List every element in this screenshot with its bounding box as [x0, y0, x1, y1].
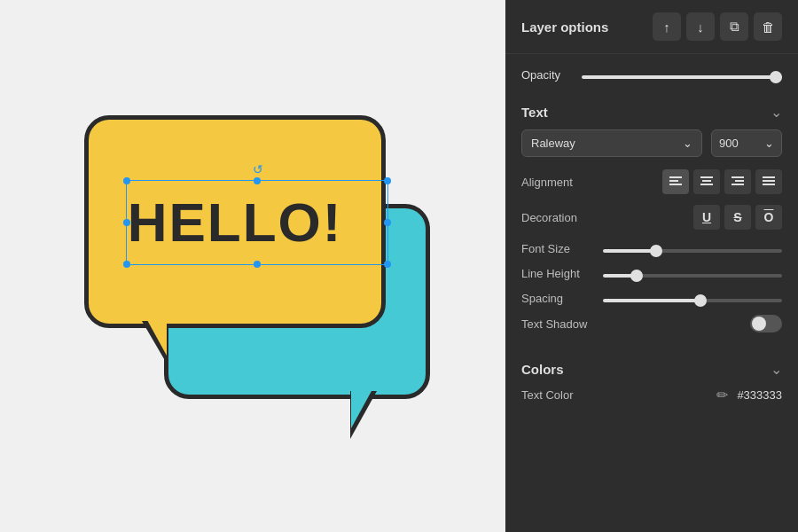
text-section-title: Text [521, 105, 548, 120]
align-center-button[interactable] [693, 169, 720, 194]
font-family-chevron-icon: ⌄ [683, 137, 692, 150]
alignment-buttons [662, 169, 782, 194]
svg-rect-4 [702, 180, 711, 182]
font-family-value: Raleway [531, 137, 575, 150]
move-down-button[interactable]: ↓ [686, 12, 715, 41]
text-shadow-label: Text Shadow [521, 317, 587, 331]
svg-rect-10 [763, 180, 775, 182]
canvas-area: ↺ HELLO! [0, 0, 505, 532]
colors-section-header[interactable]: Colors ⌄ [505, 348, 798, 387]
svg-rect-0 [669, 176, 682, 178]
svg-rect-3 [700, 176, 713, 178]
handle-bl[interactable] [123, 261, 130, 268]
overline-button[interactable]: O [755, 205, 782, 230]
layer-options-title: Layer options [521, 20, 608, 35]
opacity-slider-container [582, 66, 782, 82]
colors-section: Colors ⌄ Text Color ✏ #333333 [505, 348, 798, 416]
bubble-blue-tail [351, 391, 372, 428]
align-right-button[interactable] [724, 169, 751, 194]
text-shadow-toggle[interactable] [750, 315, 782, 332]
line-height-label: Line Height [521, 267, 592, 280]
rotate-handle[interactable]: ↺ [253, 165, 262, 174]
hello-text[interactable]: HELLO! [128, 191, 343, 254]
spacing-row: Spacing [521, 290, 782, 306]
font-size-slider-wrap [603, 240, 782, 256]
svg-rect-5 [700, 184, 713, 185]
line-height-slider-wrap [603, 265, 782, 281]
right-panel: Layer options ↑ ↓ ⧉ 🗑 Opacity Text ⌄ Ral… [505, 0, 798, 532]
text-controls: Raleway ⌄ 900 ⌄ Alignment [505, 129, 798, 348]
text-color-row: Text Color ✏ #333333 [521, 387, 782, 403]
svg-rect-8 [732, 184, 744, 185]
line-height-row: Line Height [521, 265, 782, 281]
opacity-slider[interactable] [582, 75, 782, 79]
svg-rect-1 [669, 180, 678, 182]
spacing-slider-wrap [603, 290, 782, 306]
layer-options-section: Layer options ↑ ↓ ⧉ 🗑 [505, 0, 798, 54]
text-color-value[interactable]: #333333 [737, 388, 782, 402]
layer-options-row: Layer options ↑ ↓ ⧉ 🗑 [521, 12, 782, 41]
colors-section-title: Colors [521, 362, 564, 377]
font-weight-select[interactable]: 900 ⌄ [711, 129, 782, 157]
text-section-header[interactable]: Text ⌄ [505, 91, 798, 129]
text-shadow-row: Text Shadow [521, 315, 782, 332]
text-chevron-icon: ⌄ [771, 104, 782, 121]
duplicate-button[interactable]: ⧉ [720, 12, 748, 41]
text-color-label: Text Color [521, 388, 574, 402]
handle-tr[interactable] [384, 177, 391, 184]
bubble-yellow-tail [147, 320, 167, 356]
spacing-label: Spacing [521, 292, 592, 305]
text-color-right: ✏ #333333 [716, 387, 782, 403]
colors-chevron-icon: ⌄ [771, 361, 782, 378]
decoration-buttons: U S O [693, 205, 782, 230]
svg-rect-11 [763, 184, 775, 185]
decoration-row: Decoration U S O [521, 205, 782, 230]
align-justify-button[interactable] [755, 169, 782, 194]
speech-bubble-group: ↺ HELLO! [66, 98, 439, 434]
strikethrough-button[interactable]: S [724, 205, 751, 230]
decoration-label: Decoration [521, 211, 592, 224]
font-row: Raleway ⌄ 900 ⌄ [521, 129, 782, 157]
handle-tm[interactable] [254, 177, 261, 184]
svg-rect-2 [669, 184, 682, 185]
bubble-yellow[interactable]: ↺ HELLO! [84, 115, 386, 328]
font-size-label: Font Size [521, 242, 592, 255]
alignment-row: Alignment [521, 169, 782, 194]
move-up-button[interactable]: ↑ [653, 12, 681, 41]
underline-button[interactable]: U [693, 205, 720, 230]
line-height-slider[interactable] [603, 274, 782, 278]
alignment-label: Alignment [521, 176, 592, 189]
handle-bm[interactable] [254, 261, 261, 268]
svg-rect-7 [735, 180, 744, 182]
spacing-slider[interactable] [603, 299, 782, 302]
eyedropper-icon[interactable]: ✏ [716, 387, 728, 403]
text-section: Text ⌄ Raleway ⌄ 900 ⌄ Alignment [505, 91, 798, 348]
layer-icon-buttons: ↑ ↓ ⧉ 🗑 [653, 12, 782, 41]
font-size-slider[interactable] [603, 249, 782, 253]
font-weight-chevron-icon: ⌄ [764, 137, 774, 150]
svg-rect-6 [732, 176, 744, 178]
align-left-button[interactable] [662, 169, 689, 194]
font-family-select[interactable]: Raleway ⌄ [521, 129, 702, 157]
handle-tl[interactable] [123, 177, 130, 184]
text-shadow-knob [752, 317, 766, 331]
delete-button[interactable]: 🗑 [754, 12, 782, 41]
colors-controls: Text Color ✏ #333333 [505, 387, 798, 416]
font-size-row: Font Size [521, 240, 782, 256]
font-weight-value: 900 [719, 137, 739, 150]
svg-rect-9 [763, 176, 775, 178]
opacity-label: Opacity [521, 68, 569, 82]
opacity-row: Opacity [505, 54, 798, 91]
